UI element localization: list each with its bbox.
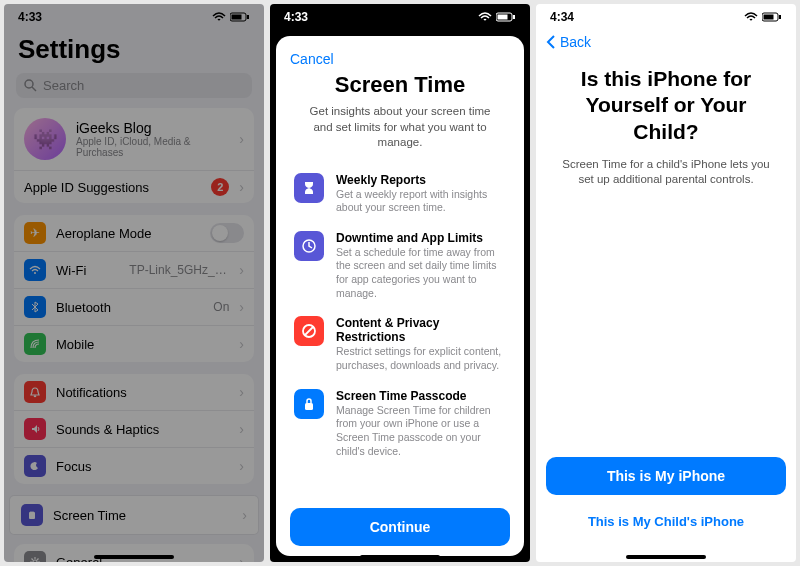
lock-icon <box>294 389 324 419</box>
battery-icon <box>762 12 782 22</box>
account-row[interactable]: 👾 iGeeks Blog Apple ID, iCloud, Media & … <box>14 108 254 170</box>
svg-rect-17 <box>779 15 781 19</box>
back-button[interactable]: Back <box>536 28 796 56</box>
chevron-right-icon: › <box>239 421 244 437</box>
status-bar: 4:33 <box>270 4 530 28</box>
row-sounds[interactable]: Sounds & Haptics › <box>14 410 254 447</box>
page-title: Settings <box>4 28 264 73</box>
svg-line-13 <box>305 327 313 335</box>
search-icon <box>24 79 37 92</box>
svg-rect-9 <box>498 15 508 20</box>
svg-line-4 <box>32 87 36 91</box>
hourglass-icon <box>294 173 324 203</box>
feature-downtime: Downtime and App Limits Set a schedule f… <box>290 225 510 311</box>
chevron-right-icon: › <box>239 384 244 400</box>
status-bar: 4:33 <box>4 4 264 28</box>
notifications-icon <box>24 381 46 403</box>
svg-rect-1 <box>232 15 242 20</box>
row-screentime[interactable]: Screen Time › <box>11 497 257 533</box>
status-bar: 4:34 <box>536 4 796 28</box>
wifi-icon <box>212 12 226 22</box>
aeroplane-icon: ✈ <box>24 222 46 244</box>
restrictions-icon <box>294 316 324 346</box>
sounds-icon <box>24 418 46 440</box>
search-input[interactable]: Search <box>16 73 252 98</box>
avatar: 👾 <box>24 118 66 160</box>
status-icons <box>212 12 250 22</box>
row-focus[interactable]: Focus › <box>14 447 254 484</box>
chevron-right-icon: › <box>239 554 244 562</box>
this-is-my-childs-iphone-button[interactable]: This is My Child's iPhone <box>546 503 786 540</box>
chevron-right-icon: › <box>242 507 247 523</box>
screen-screentime-intro: 4:33 Cancel Screen Time Get insights abo… <box>270 4 530 562</box>
row-general[interactable]: General › <box>14 544 254 562</box>
wifi-icon <box>478 12 492 22</box>
feature-restrictions: Content & Privacy Restrictions Restrict … <box>290 310 510 382</box>
screen-owner-question: 4:34 Back Is this iPhone for Yourself or… <box>536 4 796 562</box>
sheet-title: Screen Time <box>290 72 510 98</box>
battery-icon <box>230 12 250 22</box>
aeroplane-toggle[interactable] <box>210 223 244 243</box>
svg-rect-6 <box>29 512 35 519</box>
continue-button[interactable]: Continue <box>290 508 510 546</box>
home-indicator[interactable] <box>360 555 440 559</box>
chevron-right-icon: › <box>239 458 244 474</box>
row-wifi[interactable]: Wi-Fi TP-Link_5GHz_64C7CF › <box>14 251 254 288</box>
svg-point-5 <box>34 272 36 274</box>
apple-id-suggestions[interactable]: Apple ID Suggestions 2 › <box>14 170 254 203</box>
clock: 4:33 <box>18 10 42 24</box>
question-desc: Screen Time for a child's iPhone lets yo… <box>536 157 796 188</box>
feature-weekly-reports: Weekly Reports Get a weekly report with … <box>290 167 510 225</box>
clock: 4:34 <box>550 10 574 24</box>
screen-settings: 4:33 Settings Search 👾 iGeeks Blog Apple… <box>4 4 264 562</box>
wifi-icon <box>24 259 46 281</box>
row-bluetooth[interactable]: Bluetooth On › <box>14 288 254 325</box>
svg-rect-16 <box>764 15 774 20</box>
chevron-left-icon <box>546 34 556 50</box>
battery-icon <box>496 12 516 22</box>
svg-point-3 <box>25 80 33 88</box>
chevron-right-icon: › <box>239 179 244 195</box>
chevron-right-icon: › <box>239 131 244 147</box>
row-aeroplane[interactable]: ✈ Aeroplane Mode <box>14 215 254 251</box>
status-icons <box>744 12 782 22</box>
clock: 4:33 <box>284 10 308 24</box>
screentime-icon <box>21 504 43 526</box>
feature-passcode: Screen Time Passcode Manage Screen Time … <box>290 383 510 469</box>
mobile-icon <box>24 333 46 355</box>
row-notifications[interactable]: Notifications › <box>14 374 254 410</box>
svg-rect-10 <box>513 15 515 19</box>
bluetooth-icon <box>24 296 46 318</box>
cancel-button[interactable]: Cancel <box>290 51 334 67</box>
status-icons <box>478 12 516 22</box>
badge-count: 2 <box>211 178 229 196</box>
clock-icon <box>294 231 324 261</box>
focus-icon <box>24 455 46 477</box>
gear-icon <box>24 551 46 562</box>
home-indicator[interactable] <box>626 555 706 559</box>
chevron-right-icon: › <box>239 299 244 315</box>
wifi-icon <box>744 12 758 22</box>
svg-point-7 <box>33 560 37 562</box>
row-mobile[interactable]: Mobile › <box>14 325 254 362</box>
svg-rect-14 <box>305 403 313 410</box>
modal-sheet: Cancel Screen Time Get insights about yo… <box>276 36 524 556</box>
svg-rect-2 <box>247 15 249 19</box>
chevron-right-icon: › <box>239 336 244 352</box>
home-indicator[interactable] <box>94 555 174 559</box>
this-is-my-iphone-button[interactable]: This is My iPhone <box>546 457 786 495</box>
sheet-subtitle: Get insights about your screen time and … <box>290 98 510 167</box>
question-title: Is this iPhone for Yourself or Your Chil… <box>536 56 796 157</box>
chevron-right-icon: › <box>239 262 244 278</box>
